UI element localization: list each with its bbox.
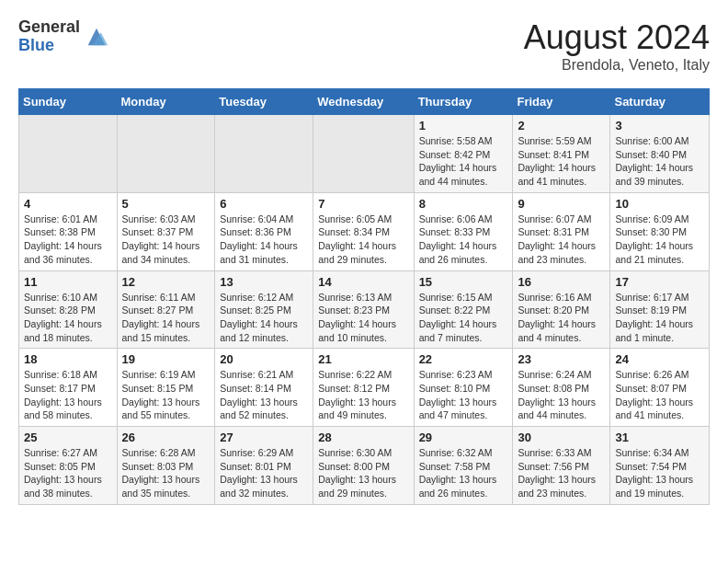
calendar-cell: 12Sunrise: 6:11 AMSunset: 8:27 PMDayligh… xyxy=(117,270,215,349)
day-sun-info: Sunrise: 6:32 AMSunset: 7:58 PMDaylight:… xyxy=(419,446,508,500)
month-title: August 2024 xyxy=(524,18,710,57)
day-sun-info: Sunrise: 6:18 AMSunset: 8:17 PMDaylight:… xyxy=(24,368,112,422)
logo-text: General Blue xyxy=(18,18,80,55)
weekday-header-saturday: Saturday xyxy=(610,89,710,115)
calendar-cell: 20Sunrise: 6:21 AMSunset: 8:14 PMDayligh… xyxy=(215,349,313,427)
calendar-cell: 5Sunrise: 6:03 AMSunset: 8:37 PMDaylight… xyxy=(117,192,215,270)
day-sun-info: Sunrise: 6:23 AMSunset: 8:10 PMDaylight:… xyxy=(419,368,508,422)
calendar-cell: 16Sunrise: 6:16 AMSunset: 8:20 PMDayligh… xyxy=(513,270,610,349)
day-number: 7 xyxy=(318,197,408,211)
calendar-cell: 18Sunrise: 6:18 AMSunset: 8:17 PMDayligh… xyxy=(19,349,118,427)
calendar-cell: 23Sunrise: 6:24 AMSunset: 8:08 PMDayligh… xyxy=(513,349,610,427)
calendar-cell: 31Sunrise: 6:34 AMSunset: 7:54 PMDayligh… xyxy=(610,427,710,505)
day-sun-info: Sunrise: 6:03 AMSunset: 8:37 PMDaylight:… xyxy=(122,213,210,267)
calendar-week-row: 4Sunrise: 6:01 AMSunset: 8:38 PMDaylight… xyxy=(19,192,710,270)
day-sun-info: Sunrise: 6:06 AMSunset: 8:33 PMDaylight:… xyxy=(419,213,508,267)
day-number: 1 xyxy=(419,119,508,132)
day-number: 5 xyxy=(122,197,210,211)
calendar-cell: 13Sunrise: 6:12 AMSunset: 8:25 PMDayligh… xyxy=(215,270,313,349)
calendar-cell: 29Sunrise: 6:32 AMSunset: 7:58 PMDayligh… xyxy=(414,427,513,505)
day-sun-info: Sunrise: 6:17 AMSunset: 8:19 PMDaylight:… xyxy=(615,291,704,345)
day-sun-info: Sunrise: 6:10 AMSunset: 8:28 PMDaylight:… xyxy=(24,291,112,345)
calendar-cell: 22Sunrise: 6:23 AMSunset: 8:10 PMDayligh… xyxy=(414,349,513,427)
calendar-cell: 3Sunrise: 6:00 AMSunset: 8:40 PMDaylight… xyxy=(610,115,710,193)
calendar-table: SundayMondayTuesdayWednesdayThursdayFrid… xyxy=(18,88,710,505)
day-sun-info: Sunrise: 6:26 AMSunset: 8:07 PMDaylight:… xyxy=(615,368,704,422)
calendar-cell: 4Sunrise: 6:01 AMSunset: 8:38 PMDaylight… xyxy=(19,192,118,270)
day-number: 31 xyxy=(615,431,704,444)
day-sun-info: Sunrise: 6:33 AMSunset: 7:56 PMDaylight:… xyxy=(518,446,605,500)
day-number: 17 xyxy=(615,275,704,289)
calendar-cell: 24Sunrise: 6:26 AMSunset: 8:07 PMDayligh… xyxy=(610,349,710,427)
calendar-cell: 6Sunrise: 6:04 AMSunset: 8:36 PMDaylight… xyxy=(215,192,313,270)
calendar-cell xyxy=(117,115,215,193)
day-number: 21 xyxy=(318,352,408,366)
weekday-header-sunday: Sunday xyxy=(19,89,118,115)
day-sun-info: Sunrise: 6:21 AMSunset: 8:14 PMDaylight:… xyxy=(220,368,308,422)
day-sun-info: Sunrise: 6:04 AMSunset: 8:36 PMDaylight:… xyxy=(220,213,308,267)
calendar-cell: 8Sunrise: 6:06 AMSunset: 8:33 PMDaylight… xyxy=(414,192,513,270)
day-sun-info: Sunrise: 6:22 AMSunset: 8:12 PMDaylight:… xyxy=(318,368,408,422)
calendar-week-row: 18Sunrise: 6:18 AMSunset: 8:17 PMDayligh… xyxy=(19,349,710,427)
day-number: 18 xyxy=(24,352,112,366)
location-subtitle: Brendola, Veneto, Italy xyxy=(524,57,710,74)
calendar-cell: 14Sunrise: 6:13 AMSunset: 8:23 PMDayligh… xyxy=(313,270,414,349)
day-number: 27 xyxy=(220,431,308,444)
day-number: 6 xyxy=(220,197,308,211)
day-number: 23 xyxy=(518,352,605,366)
calendar-cell: 25Sunrise: 6:27 AMSunset: 8:05 PMDayligh… xyxy=(19,427,118,505)
day-sun-info: Sunrise: 6:00 AMSunset: 8:40 PMDaylight:… xyxy=(615,134,704,189)
day-number: 13 xyxy=(220,275,308,289)
day-sun-info: Sunrise: 6:05 AMSunset: 8:34 PMDaylight:… xyxy=(318,213,408,267)
day-number: 24 xyxy=(615,352,704,366)
calendar-cell: 30Sunrise: 6:33 AMSunset: 7:56 PMDayligh… xyxy=(513,427,610,505)
day-number: 10 xyxy=(615,197,704,211)
day-sun-info: Sunrise: 6:27 AMSunset: 8:05 PMDaylight:… xyxy=(24,446,112,500)
day-number: 20 xyxy=(220,352,308,366)
day-number: 8 xyxy=(419,197,508,211)
day-number: 15 xyxy=(419,275,508,289)
calendar-cell: 2Sunrise: 5:59 AMSunset: 8:41 PMDaylight… xyxy=(513,115,610,193)
day-sun-info: Sunrise: 6:12 AMSunset: 8:25 PMDaylight:… xyxy=(220,291,308,345)
logo-general: General xyxy=(18,18,80,37)
day-sun-info: Sunrise: 6:28 AMSunset: 8:03 PMDaylight:… xyxy=(122,446,210,500)
day-number: 25 xyxy=(24,431,112,444)
calendar-cell: 27Sunrise: 6:29 AMSunset: 8:01 PMDayligh… xyxy=(215,427,313,505)
weekday-header-monday: Monday xyxy=(117,89,215,115)
day-number: 11 xyxy=(24,275,112,289)
day-sun-info: Sunrise: 6:34 AMSunset: 7:54 PMDaylight:… xyxy=(615,446,704,500)
day-sun-info: Sunrise: 6:09 AMSunset: 8:30 PMDaylight:… xyxy=(615,213,704,267)
calendar-cell xyxy=(313,115,414,193)
calendar-cell: 10Sunrise: 6:09 AMSunset: 8:30 PMDayligh… xyxy=(610,192,710,270)
day-number: 9 xyxy=(518,197,605,211)
day-sun-info: Sunrise: 6:19 AMSunset: 8:15 PMDaylight:… xyxy=(122,368,210,422)
day-number: 16 xyxy=(518,275,605,289)
day-sun-info: Sunrise: 6:07 AMSunset: 8:31 PMDaylight:… xyxy=(518,213,605,267)
calendar-cell: 1Sunrise: 5:58 AMSunset: 8:42 PMDaylight… xyxy=(414,115,513,193)
day-number: 22 xyxy=(419,352,508,366)
calendar-cell: 17Sunrise: 6:17 AMSunset: 8:19 PMDayligh… xyxy=(610,270,710,349)
day-number: 3 xyxy=(615,119,704,132)
calendar-week-row: 25Sunrise: 6:27 AMSunset: 8:05 PMDayligh… xyxy=(19,427,710,505)
day-sun-info: Sunrise: 6:13 AMSunset: 8:23 PMDaylight:… xyxy=(318,291,408,345)
weekday-header-wednesday: Wednesday xyxy=(313,89,414,115)
calendar-cell: 21Sunrise: 6:22 AMSunset: 8:12 PMDayligh… xyxy=(313,349,414,427)
calendar-cell: 7Sunrise: 6:05 AMSunset: 8:34 PMDaylight… xyxy=(313,192,414,270)
day-number: 30 xyxy=(518,431,605,444)
day-sun-info: Sunrise: 5:58 AMSunset: 8:42 PMDaylight:… xyxy=(419,134,508,189)
calendar-cell: 15Sunrise: 6:15 AMSunset: 8:22 PMDayligh… xyxy=(414,270,513,349)
day-sun-info: Sunrise: 6:30 AMSunset: 8:00 PMDaylight:… xyxy=(318,446,408,500)
page-header: General Blue August 2024 Brendola, Venet… xyxy=(18,18,710,74)
weekday-header-tuesday: Tuesday xyxy=(215,89,313,115)
day-number: 12 xyxy=(122,275,210,289)
calendar-cell xyxy=(19,115,118,193)
day-number: 2 xyxy=(518,119,605,132)
title-section: August 2024 Brendola, Veneto, Italy xyxy=(524,18,710,74)
calendar-cell: 28Sunrise: 6:30 AMSunset: 8:00 PMDayligh… xyxy=(313,427,414,505)
calendar-cell: 26Sunrise: 6:28 AMSunset: 8:03 PMDayligh… xyxy=(117,427,215,505)
day-number: 28 xyxy=(318,431,408,444)
day-number: 19 xyxy=(122,352,210,366)
calendar-week-row: 11Sunrise: 6:10 AMSunset: 8:28 PMDayligh… xyxy=(19,270,710,349)
day-sun-info: Sunrise: 6:24 AMSunset: 8:08 PMDaylight:… xyxy=(518,368,605,422)
weekday-header-friday: Friday xyxy=(513,89,610,115)
